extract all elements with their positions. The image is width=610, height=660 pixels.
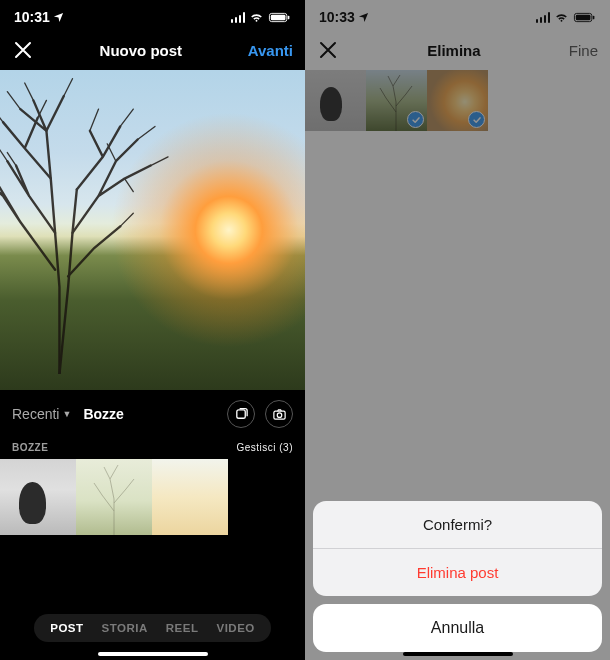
tab-reel[interactable]: REEL <box>166 622 199 634</box>
tab-story[interactable]: STORIA <box>102 622 148 634</box>
signal-icon <box>231 12 246 23</box>
status-time: 10:31 <box>14 9 50 25</box>
sheet-title: Confermi? <box>313 501 602 548</box>
draft-thumbnail[interactable] <box>0 459 76 535</box>
delete-post-button[interactable]: Elimina post <box>313 548 602 596</box>
location-icon <box>53 12 64 23</box>
svg-rect-1 <box>271 14 286 20</box>
drafts-heading: BOZZE <box>12 442 48 453</box>
svg-rect-2 <box>288 15 290 19</box>
status-bar: 10:31 <box>0 0 305 30</box>
mode-tabs: POST STORIA REEL VIDEO <box>0 614 305 642</box>
album-recent[interactable]: Recenti ▼ <box>12 406 71 422</box>
svg-point-5 <box>277 412 282 417</box>
home-indicator[interactable] <box>98 652 208 656</box>
wifi-icon <box>249 12 264 23</box>
battery-icon <box>268 12 291 23</box>
cancel-button[interactable]: Annulla <box>313 604 602 652</box>
chevron-down-icon: ▼ <box>62 409 71 419</box>
drafts-thumbnails <box>0 459 305 535</box>
nav-bar: Nuovo post Avanti <box>0 30 305 70</box>
multi-select-icon[interactable] <box>227 400 255 428</box>
media-preview[interactable] <box>0 70 305 390</box>
draft-thumbnail[interactable] <box>76 459 152 535</box>
svg-rect-3 <box>236 409 244 417</box>
album-label: Recenti <box>12 406 59 422</box>
draft-thumbnail[interactable] <box>152 459 228 535</box>
camera-icon[interactable] <box>265 400 293 428</box>
next-button[interactable]: Avanti <box>248 42 293 59</box>
album-drafts[interactable]: Bozze <box>83 406 123 422</box>
close-icon[interactable] <box>12 39 34 61</box>
home-indicator[interactable] <box>403 652 513 656</box>
tab-post[interactable]: POST <box>50 622 83 634</box>
tab-video[interactable]: VIDEO <box>216 622 254 634</box>
album-label: Bozze <box>83 406 123 422</box>
manage-drafts-link[interactable]: Gestisci (3) <box>236 442 293 453</box>
action-sheet: Confermi? Elimina post Annulla <box>313 501 602 652</box>
page-title: Nuovo post <box>100 42 183 59</box>
